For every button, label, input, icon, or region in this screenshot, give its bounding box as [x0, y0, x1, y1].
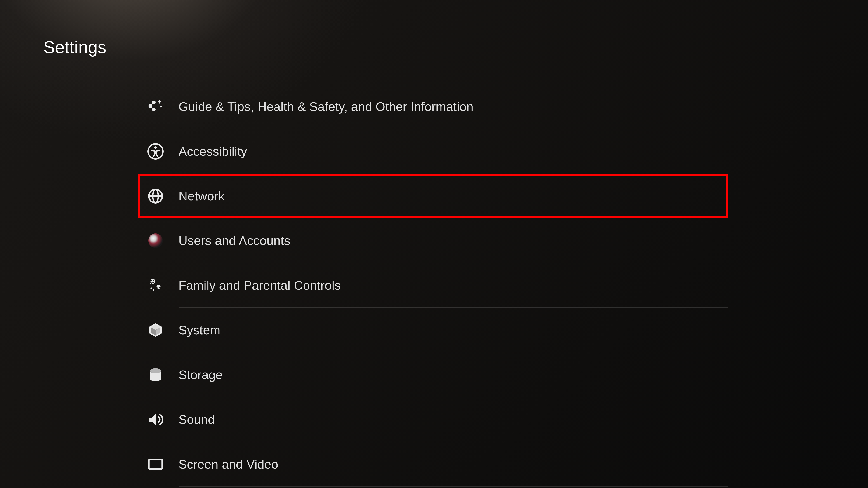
menu-item-label: Accessibility — [179, 144, 247, 159]
menu-item-screen-video[interactable]: Screen and Video — [138, 442, 728, 486]
menu-item-label: Screen and Video — [179, 457, 278, 471]
menu-item-network[interactable]: Network — [138, 174, 728, 218]
menu-item-sound[interactable]: Sound — [138, 397, 728, 442]
divider — [179, 486, 728, 487]
svg-point-12 — [150, 368, 161, 373]
sound-icon — [147, 412, 164, 428]
cube-icon — [147, 322, 164, 338]
menu-item-label: System — [179, 323, 220, 337]
menu-item-system[interactable]: System — [138, 308, 728, 352]
svg-point-1 — [154, 147, 157, 149]
menu-item-label: Storage — [179, 367, 223, 382]
menu-item-accessibility[interactable]: Accessibility — [138, 129, 728, 173]
svg-point-7 — [153, 280, 154, 281]
menu-item-storage[interactable]: Storage — [138, 352, 728, 397]
screen-icon — [147, 456, 164, 473]
globe-icon — [147, 188, 164, 204]
avatar-icon — [147, 232, 164, 249]
page-title: Settings — [43, 37, 106, 57]
menu-item-label: Guide & Tips, Health & Safety, and Other… — [179, 99, 473, 114]
guide-tips-icon — [147, 98, 164, 115]
menu-item-label: Users and Accounts — [179, 233, 290, 248]
family-icon — [147, 277, 164, 293]
svg-rect-13 — [149, 459, 162, 469]
settings-menu: Guide & Tips, Health & Safety, and Other… — [138, 84, 728, 487]
menu-item-label: Family and Parental Controls — [179, 278, 341, 293]
menu-item-family-parental[interactable]: Family and Parental Controls — [138, 263, 728, 307]
menu-item-label: Network — [179, 189, 225, 203]
menu-item-label: Sound — [179, 412, 215, 427]
svg-point-6 — [151, 280, 152, 281]
svg-point-9 — [157, 285, 158, 286]
accessibility-icon — [147, 143, 164, 160]
svg-point-10 — [159, 285, 160, 286]
storage-icon — [147, 367, 164, 383]
menu-item-users-accounts[interactable]: Users and Accounts — [138, 218, 728, 263]
menu-item-guide-tips[interactable]: Guide & Tips, Health & Safety, and Other… — [138, 84, 728, 129]
